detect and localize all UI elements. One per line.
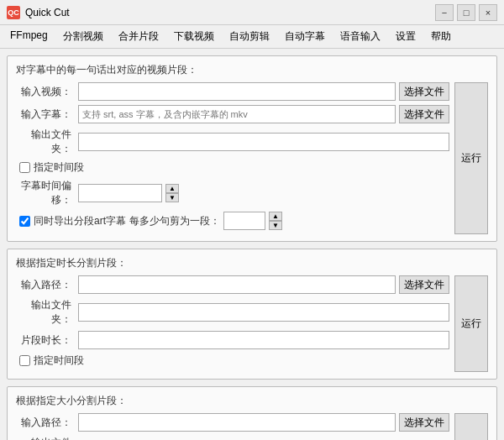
menu-auto-subtitle[interactable]: 自动字幕 xyxy=(278,27,332,46)
s2-input-path[interactable] xyxy=(78,275,396,294)
section2-fields: 输入路径： 选择文件 输出文件夹： 片段时长： 指定时间段 xyxy=(16,275,449,372)
section1-run: 运行 xyxy=(454,82,488,234)
menu-download-video[interactable]: 下载视频 xyxy=(167,27,221,46)
minimize-button[interactable]: − xyxy=(435,4,454,21)
segment-label: 每多少句剪为一段： xyxy=(129,214,220,228)
menu-merge-segment[interactable]: 合并片段 xyxy=(112,27,165,46)
section3-fields: 输入路径： 选择文件 输出文件夹： 片段大小（MB）： 指定时间段 xyxy=(16,413,449,440)
video-label: 输入视频： xyxy=(16,85,75,99)
export-art-checkbox[interactable] xyxy=(19,216,30,227)
specify-time-row2: 指定时间段 xyxy=(16,354,449,368)
s2-input-row: 输入路径： 选择文件 xyxy=(16,275,449,294)
subtitle-label: 输入字幕： xyxy=(16,107,75,122)
select-video-button[interactable]: 选择文件 xyxy=(399,82,449,101)
window-controls: − □ × xyxy=(435,4,497,21)
run-button-1[interactable]: 运行 xyxy=(454,82,488,234)
subtitle-input[interactable] xyxy=(78,105,396,123)
menu-settings[interactable]: 设置 xyxy=(389,27,423,46)
specify-time-label2: 指定时间段 xyxy=(34,354,84,368)
segment-down-button[interactable]: ▼ xyxy=(269,221,282,230)
section-split-size: 根据指定大小分割片段： 输入路径： 选择文件 输出文件夹： 片段大小（MB）： xyxy=(7,386,497,440)
s2-output-label: 输出文件夹： xyxy=(16,298,75,327)
s2-input-label: 输入路径： xyxy=(16,278,75,292)
app-icon: QC xyxy=(7,6,20,19)
run-button-3[interactable]: 运行 xyxy=(454,413,488,440)
output-input[interactable] xyxy=(78,133,449,151)
menu-help[interactable]: 帮助 xyxy=(424,27,458,46)
s2-output-input[interactable] xyxy=(78,303,449,322)
segment-up-button[interactable]: ▲ xyxy=(269,212,282,221)
offset-row: 字幕时间偏移： 0.00 ▲ ▼ xyxy=(16,179,449,207)
section3-title: 根据指定大小分割片段： xyxy=(16,394,488,408)
offset-input[interactable]: 0.00 xyxy=(78,184,162,202)
offset-label: 字幕时间偏移： xyxy=(16,179,75,207)
section1-title: 对字幕中的每一句话出对应的视频片段： xyxy=(16,63,488,77)
offset-up-button[interactable]: ▲ xyxy=(165,184,179,193)
segment-group: 每多少句剪为一段： 1 ▲ ▼ xyxy=(129,212,449,230)
output-folder-row: 输出文件夹： xyxy=(16,128,449,156)
subtitle-input-row: 输入字幕： 选择文件 xyxy=(16,105,449,123)
specify-time-label1: 指定时间段 xyxy=(34,160,84,175)
menu-split-video[interactable]: 分割视频 xyxy=(56,27,110,46)
segment-spinner: ▲ ▼ xyxy=(269,212,282,230)
title-bar: QC Quick Cut − □ × xyxy=(0,0,504,25)
section-subtitle-split: 对字幕中的每一句话出对应的视频片段： 输入视频： 选择文件 输入字幕： 选择文件 xyxy=(7,55,497,242)
offset-down-button[interactable]: ▼ xyxy=(165,193,179,202)
app-title: Quick Cut xyxy=(25,7,435,18)
specify-time-checkbox1[interactable] xyxy=(19,162,30,173)
section2-run: 运行 xyxy=(454,275,488,372)
export-art-label: 同时导出分段art字幕 xyxy=(34,214,126,228)
section2-title: 根据指定时长分割片段： xyxy=(16,256,488,270)
video-input-row: 输入视频： 选择文件 xyxy=(16,82,449,101)
close-button[interactable]: × xyxy=(479,4,497,21)
segment-input[interactable]: 1 xyxy=(223,212,265,230)
specify-time-checkbox2[interactable] xyxy=(19,355,30,366)
s2-output-row: 输出文件夹： xyxy=(16,298,449,327)
section1-inner: 输入视频： 选择文件 输入字幕： 选择文件 输出文件夹： xyxy=(16,82,488,234)
maximize-button[interactable]: □ xyxy=(457,4,475,21)
section1-fields: 输入视频： 选择文件 输入字幕： 选择文件 输出文件夹： xyxy=(16,82,449,234)
menu-voice-input[interactable]: 语音输入 xyxy=(333,27,387,46)
s3-input-row: 输入路径： 选择文件 xyxy=(16,413,449,432)
section2-inner: 输入路径： 选择文件 输出文件夹： 片段时长： 指定时间段 xyxy=(16,275,488,372)
specify-time-row1: 指定时间段 xyxy=(16,160,449,175)
s2-duration-label: 片段时长： xyxy=(16,333,75,348)
s2-duration-input[interactable] xyxy=(78,331,449,349)
section3-inner: 输入路径： 选择文件 输出文件夹： 片段大小（MB）： 指定时间段 xyxy=(16,413,488,440)
section-split-duration: 根据指定时长分割片段： 输入路径： 选择文件 输出文件夹： 片段时长： xyxy=(7,249,497,380)
section3-run: 运行 xyxy=(454,413,488,440)
menu-bar: FFmpeg 分割视频 合并片段 下载视频 自动剪辑 自动字幕 语音输入 设置 … xyxy=(0,25,504,49)
main-content: 对字幕中的每一句话出对应的视频片段： 输入视频： 选择文件 输入字幕： 选择文件 xyxy=(0,49,504,440)
export-art-row: 同时导出分段art字幕 每多少句剪为一段： 1 ▲ ▼ xyxy=(16,212,449,230)
s3-output-row: 输出文件夹： xyxy=(16,436,449,440)
select-subtitle-button[interactable]: 选择文件 xyxy=(399,105,449,123)
select-s2-button[interactable]: 选择文件 xyxy=(399,275,449,294)
menu-ffmpeg[interactable]: FFmpeg xyxy=(3,27,55,46)
output-label: 输出文件夹： xyxy=(16,128,75,156)
s2-duration-row: 片段时长： xyxy=(16,331,449,349)
s3-input-label: 输入路径： xyxy=(16,416,75,430)
s3-input-path[interactable] xyxy=(78,413,396,432)
run-button-2[interactable]: 运行 xyxy=(454,275,488,372)
s3-output-label: 输出文件夹： xyxy=(16,436,75,440)
offset-spinner: ▲ ▼ xyxy=(165,184,179,202)
select-s3-button[interactable]: 选择文件 xyxy=(399,413,449,432)
video-input[interactable] xyxy=(78,82,396,101)
menu-auto-edit[interactable]: 自动剪辑 xyxy=(223,27,276,46)
